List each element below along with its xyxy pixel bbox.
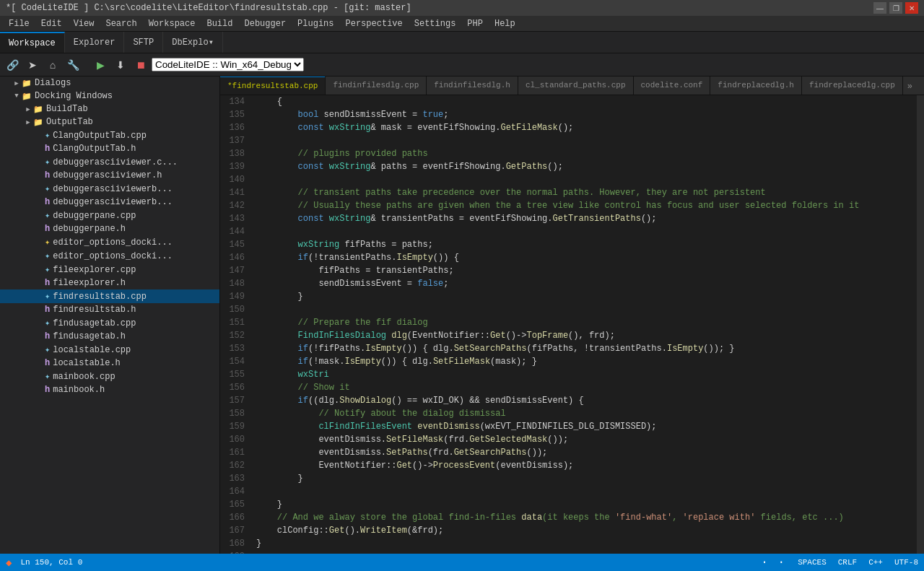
file-icon: h: [45, 224, 50, 234]
settings-tool-button[interactable]: 🔧: [64, 56, 82, 74]
tree-item-label: fileexplorer.h: [53, 278, 126, 288]
tree-item-label: mainbook.cpp: [53, 372, 115, 382]
sidebar-item-debuggerpaneh[interactable]: hdebuggerpane.h: [0, 222, 219, 235]
maximize-button[interactable]: ❐: [889, 2, 902, 14]
tab-overflow-button[interactable]: »: [903, 79, 917, 95]
link-tool-button[interactable]: 🔗: [3, 56, 22, 74]
sidebar-item-mainbookh[interactable]: hmainbook.h: [0, 383, 219, 396]
vertical-scrollbar[interactable]: [917, 95, 924, 554]
run-button[interactable]: ▶: [91, 56, 110, 74]
sidebar-item-buildtab[interactable]: ▶📁BuildTab: [0, 103, 219, 115]
titlebar: *[ CodeLiteIDE ] C:\src\codelite\LiteEdi…: [0, 0, 924, 16]
minimize-button[interactable]: —: [873, 2, 886, 14]
stop-button[interactable]: ⏹: [131, 56, 150, 74]
code-line: EventNotifier::Get()->ProcessEvent(event…: [256, 459, 917, 472]
ws-tab-sftp[interactable]: SFTP: [124, 32, 163, 53]
editor-tab-codeliteconf[interactable]: codelite.conf: [634, 77, 711, 95]
file-icon: h: [45, 358, 50, 368]
status-encoding[interactable]: UTF-8: [894, 558, 918, 567]
sidebar-item-outputtab[interactable]: ▶📁OutputTab: [0, 115, 219, 128]
status-lang[interactable]: C++: [868, 558, 883, 567]
menu-item-debugger[interactable]: Debugger: [238, 17, 292, 30]
menu-item-perspective[interactable]: Perspective: [340, 17, 409, 30]
line-number: 166: [226, 511, 245, 524]
config-select[interactable]: CodeLiteIDE :: Win_x64_Debug: [152, 58, 304, 71]
tree-arrow-icon: ▼: [12, 92, 22, 100]
sidebar-item-dockingwindows[interactable]: ▼📁Docking Windows: [0, 90, 219, 103]
code-line: // Show it: [256, 381, 917, 394]
line-number: 163: [226, 472, 245, 485]
editor-tab-findinfilesdlgh[interactable]: findinfilesdlg.h: [427, 77, 518, 95]
code-editor[interactable]: { bool sendDismissEvent = true; const wx…: [250, 95, 917, 554]
sidebar-item-findresultstabh[interactable]: hfindresultstab.h: [0, 303, 219, 316]
file-icon: 📁: [22, 92, 32, 101]
close-button[interactable]: ✕: [905, 2, 918, 14]
editor-tab-findreplacedlgcpp[interactable]: findreplacedlg.cpp: [802, 77, 903, 95]
sidebar-item-debuggerasciiviewerb[interactable]: ✦debuggerasciiviewerb...: [0, 182, 219, 196]
menu-item-workspace[interactable]: Workspace: [143, 17, 201, 30]
code-line: }: [256, 498, 917, 511]
main-area: ▶📁Dialogs▼📁Docking Windows▶📁BuildTab▶📁Ou…: [0, 77, 924, 554]
build-down-button[interactable]: ⬇: [111, 56, 130, 74]
sidebar-item-debuggerasciiviewerh[interactable]: hdebuggerasciiviewer.h: [0, 169, 219, 182]
sidebar-item-debuggerasciiviewerb[interactable]: hdebuggerasciiviewerb...: [0, 196, 219, 209]
menu-item-search[interactable]: Search: [100, 17, 142, 30]
tree-item-label: findusagetab.cpp: [53, 318, 136, 328]
editor-tab-findreplacedlgh[interactable]: findreplacedlg.h: [710, 77, 802, 95]
code-line: // transient paths take precedence over …: [256, 186, 917, 199]
sidebar-item-dialogs[interactable]: ▶📁Dialogs: [0, 77, 219, 90]
sidebar-item-clangoutputtabcpp[interactable]: ✦ClangOutputTab.cpp: [0, 128, 219, 142]
editor-tab-findresultstabcpp[interactable]: *findresultstab.cpp: [220, 77, 326, 95]
sidebar-item-mainbookcpp[interactable]: ✦mainbook.cpp: [0, 370, 219, 383]
editor-tab-findinfilesdlgcpp[interactable]: findinfilesdlg.cpp: [326, 77, 427, 95]
tree-item-label: BuildTab: [46, 104, 88, 114]
code-line: fifPaths = transientPaths;: [256, 264, 917, 277]
file-icon: ✦: [45, 291, 50, 302]
code-line: if(!mask.IsEmpty()) { dlg.SetFileMask(ma…: [256, 355, 917, 368]
tree-item-label: ClangOutputTab.cpp: [53, 131, 147, 141]
tree-item-label: ClangOutputTab.h: [53, 144, 136, 154]
ws-tab-explorer[interactable]: Explorer: [65, 32, 125, 53]
sidebar-item-localstablecpp[interactable]: ✦localstable.cpp: [0, 343, 219, 357]
line-number: 137: [226, 134, 245, 147]
menu-item-settings[interactable]: Settings: [409, 17, 462, 30]
code-line: eventDismiss.SetFileMask(frd.GetSelected…: [256, 433, 917, 446]
status-crlf[interactable]: CRLF: [838, 558, 857, 567]
sidebar-item-findusagetabh[interactable]: hfindusagetab.h: [0, 330, 219, 343]
code-line: }: [256, 537, 917, 550]
menu-item-plugins[interactable]: Plugins: [292, 17, 339, 30]
menu-item-edit[interactable]: Edit: [35, 17, 68, 30]
sidebar-item-fileexplorerh[interactable]: hfileexplorer.h: [0, 276, 219, 289]
tree-item-label: debuggerpane.cpp: [53, 211, 136, 221]
editor-tab-clstandardpathscpp[interactable]: cl_standard_paths.cpp: [518, 77, 634, 95]
sidebar-item-fileexplorercpp[interactable]: ✦fileexplorer.cpp: [0, 263, 219, 276]
sidebar-item-debuggerpanecpp[interactable]: ✦debuggerpane.cpp: [0, 209, 219, 222]
sidebar-item-localstableh[interactable]: hlocalstable.h: [0, 357, 219, 370]
menu-item-help[interactable]: Help: [489, 17, 521, 30]
ws-tab-workspace[interactable]: Workspace: [0, 32, 65, 53]
tree-item-label: debuggerpane.h: [53, 224, 126, 234]
menu-item-view[interactable]: View: [68, 17, 100, 30]
line-number: 140: [226, 173, 245, 186]
sidebar-item-debuggerasciiviewerc[interactable]: ✦debuggerasciiviewer.c...: [0, 155, 219, 169]
menu-item-php[interactable]: PHP: [461, 17, 489, 30]
sidebar-item-editoroptionsdocki[interactable]: ✦editor_options_docki...: [0, 249, 219, 263]
status-spaces[interactable]: SPACES: [798, 558, 827, 567]
file-icon: 📁: [33, 105, 43, 114]
sidebar-item-clangoutputtabh[interactable]: hClangOutputTab.h: [0, 142, 219, 155]
code-line: // Usually these paths are given when th…: [256, 199, 917, 212]
menu-item-build[interactable]: Build: [201, 17, 238, 30]
tree-item-label: fileexplorer.cpp: [53, 265, 136, 275]
sidebar-item-findresultstabcpp[interactable]: ✦findresultstab.cpp: [0, 289, 219, 303]
sidebar-item-findusagetabcpp[interactable]: ✦findusagetab.cpp: [0, 316, 219, 330]
menu-item-file[interactable]: File: [3, 17, 35, 30]
tree-arrow-icon: ▶: [23, 118, 33, 126]
code-line: [256, 485, 917, 498]
home-tool-button[interactable]: ⌂: [43, 56, 62, 74]
line-number: 138: [226, 147, 245, 160]
arrow-tool-button[interactable]: ➤: [23, 56, 42, 74]
sidebar-item-editoroptionsdocki[interactable]: ✦editor_options_docki...: [0, 235, 219, 249]
ws-tab-dbexplo[interactable]: DbExplo▾: [163, 32, 223, 53]
line-number: 151: [226, 316, 245, 329]
file-icon: h: [45, 385, 50, 395]
